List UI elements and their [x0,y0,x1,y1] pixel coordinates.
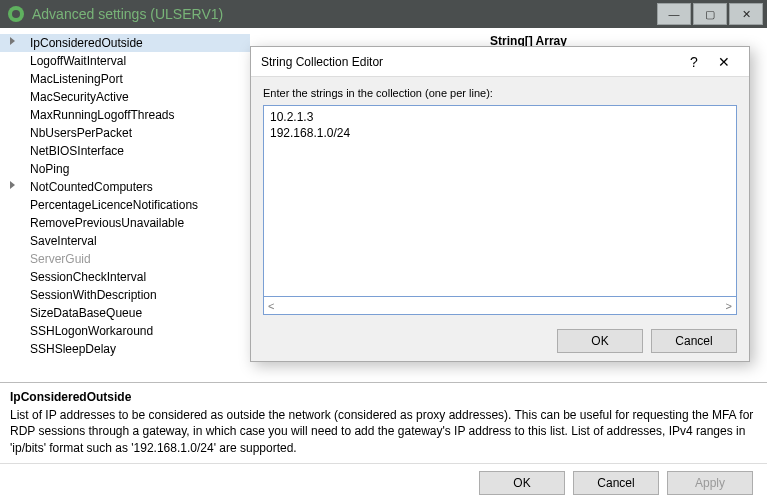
property-item-label: NetBIOSInterface [30,144,124,158]
description-title: IpConsideredOutside [10,389,757,405]
property-item[interactable]: SizeDataBaseQueue [0,304,250,322]
description-body: List of IP addresses to be considered as… [10,407,757,456]
maximize-button[interactable]: ▢ [693,3,727,25]
property-item[interactable]: IpConsideredOutside [0,34,250,52]
property-item[interactable]: MaxRunningLogoffThreads [0,106,250,124]
close-button[interactable]: ✕ [729,3,763,25]
property-item-label: SizeDataBaseQueue [30,306,142,320]
property-item[interactable]: MacSecurityActive [0,88,250,106]
property-item-label: SSHLogonWorkaround [30,324,153,338]
chevron-right-icon[interactable] [10,181,15,189]
property-item[interactable]: MacListeningPort [0,70,250,88]
titlebar: Advanced settings (ULSERV1) — ▢ ✕ [0,0,767,28]
property-item-label: MacListeningPort [30,72,123,86]
dialog-button-bar: OK Cancel [251,321,749,361]
property-item-label: MaxRunningLogoffThreads [30,108,175,122]
horizontal-scrollbar[interactable]: < > [263,297,737,315]
property-item[interactable]: SaveInterval [0,232,250,250]
ok-button[interactable]: OK [479,471,565,495]
app-icon [8,6,24,22]
property-item-label: SSHSleepDelay [30,342,116,356]
property-item[interactable]: ServerGuid [0,250,250,268]
property-item-label: NotCountedComputers [30,180,153,194]
property-item-label: NbUsersPerPacket [30,126,132,140]
property-item-label: SessionCheckInterval [30,270,146,284]
dialog-title: String Collection Editor [261,55,679,69]
property-item-label: PercentageLicenceNotifications [30,198,198,212]
dialog-body: Enter the strings in the collection (one… [251,77,749,321]
property-item-label: MacSecurityActive [30,90,129,104]
scroll-right-icon[interactable]: > [726,300,732,312]
property-item-label: NoPing [30,162,69,176]
property-item-label: IpConsideredOutside [30,36,143,50]
property-item[interactable]: PercentageLicenceNotifications [0,196,250,214]
cancel-button[interactable]: Cancel [573,471,659,495]
apply-button: Apply [667,471,753,495]
window-title: Advanced settings (ULSERV1) [32,6,655,22]
property-item[interactable]: NoPing [0,160,250,178]
dialog-instruction: Enter the strings in the collection (one… [263,87,737,99]
dialog-close-button[interactable]: ✕ [709,54,739,70]
dialog-cancel-button[interactable]: Cancel [651,329,737,353]
property-item[interactable]: NbUsersPerPacket [0,124,250,142]
property-item[interactable]: RemovePreviousUnavailable [0,214,250,232]
property-list[interactable]: IpConsideredOutsideLogoffWaitIntervalMac… [0,28,250,382]
scroll-left-icon[interactable]: < [268,300,274,312]
minimize-button[interactable]: — [657,3,691,25]
property-item-label: SaveInterval [30,234,97,248]
property-item[interactable]: NotCountedComputers [0,178,250,196]
property-item[interactable]: NetBIOSInterface [0,142,250,160]
dialog-titlebar: String Collection Editor ? ✕ [251,47,749,77]
property-item[interactable]: SSHLogonWorkaround [0,322,250,340]
property-item-label: SessionWithDescription [30,288,157,302]
property-item[interactable]: SSHSleepDelay [0,340,250,358]
property-item-label: RemovePreviousUnavailable [30,216,184,230]
collection-textarea[interactable] [263,105,737,297]
help-button[interactable]: ? [679,54,709,70]
description-panel: IpConsideredOutside List of IP addresses… [0,383,767,463]
property-item-label: LogoffWaitInterval [30,54,126,68]
dialog-ok-button[interactable]: OK [557,329,643,353]
property-item[interactable]: SessionWithDescription [0,286,250,304]
bottom-button-bar: OK Cancel Apply [0,463,767,501]
property-item[interactable]: SessionCheckInterval [0,268,250,286]
string-collection-editor-dialog: String Collection Editor ? ✕ Enter the s… [250,46,750,362]
property-item[interactable]: LogoffWaitInterval [0,52,250,70]
property-item-label: ServerGuid [30,252,91,266]
chevron-right-icon[interactable] [10,37,15,45]
